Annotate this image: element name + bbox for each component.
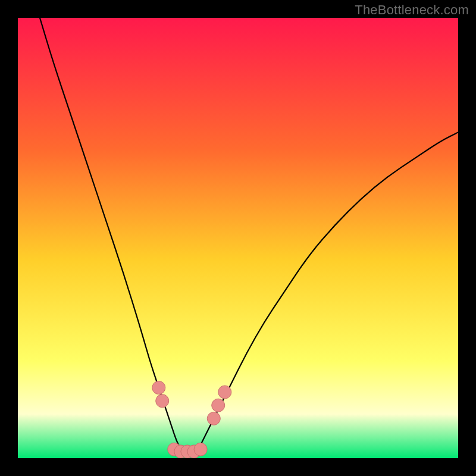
data-marker: [212, 399, 225, 412]
gradient-background: [18, 18, 458, 458]
data-marker: [156, 394, 169, 408]
chart-frame: TheBottleneck.com: [0, 0, 476, 476]
plot-area: [18, 18, 458, 458]
data-marker: [218, 386, 231, 399]
data-marker: [152, 381, 165, 394]
data-marker: [194, 443, 207, 456]
bottleneck-chart: [18, 18, 458, 458]
data-marker: [207, 412, 220, 425]
attribution-label: TheBottleneck.com: [355, 2, 469, 18]
